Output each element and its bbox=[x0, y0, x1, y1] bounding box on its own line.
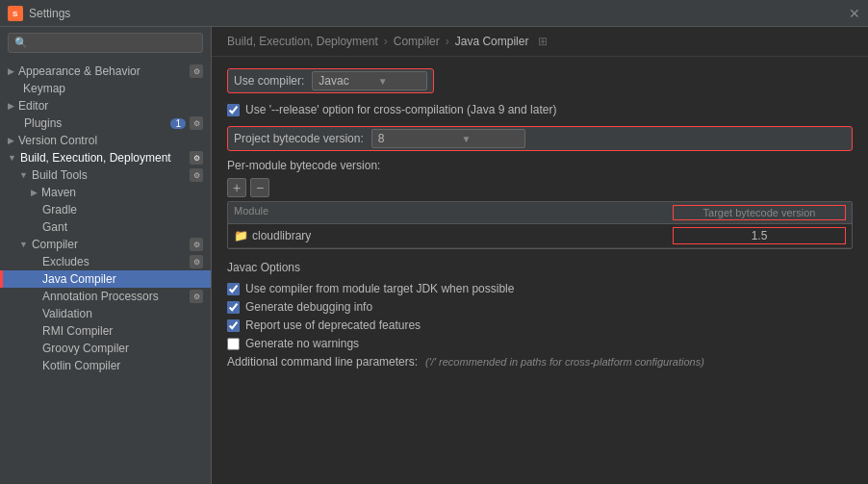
arrow-icon: ▶ bbox=[8, 136, 14, 145]
sidebar-item-label: Validation bbox=[42, 307, 203, 320]
search-icon: 🔍 bbox=[14, 37, 28, 49]
sidebar-item-editor[interactable]: ▶ Editor bbox=[0, 97, 211, 115]
option-4-checkbox[interactable] bbox=[227, 338, 240, 350]
breadcrumb-sep-2: › bbox=[446, 35, 449, 48]
option-row-1: Use compiler from module target JDK when… bbox=[227, 282, 853, 295]
sidebar-item-validation[interactable]: Validation bbox=[0, 305, 211, 322]
arrow-icon: ▶ bbox=[31, 188, 38, 197]
compiler-value: Javac bbox=[319, 74, 348, 88]
sidebar-item-label: Gradle bbox=[42, 203, 203, 217]
sidebar-item-label: Groovy Compiler bbox=[42, 342, 203, 355]
release-option-label: Use '--release' option for cross-compila… bbox=[245, 103, 556, 116]
option-row-2: Generate debugging info bbox=[227, 300, 853, 314]
nav-tree: ▶ Appearance & Behavior ⚙ Keymap ▶ Edito… bbox=[0, 59, 211, 484]
arrow-icon: ▶ bbox=[8, 101, 14, 111]
sidebar-item-label: Kotlin Compiler bbox=[42, 359, 203, 372]
table-actions: + − bbox=[227, 178, 853, 197]
sidebar-item-label: Build, Execution, Deployment bbox=[20, 151, 186, 165]
bytecode-dropdown[interactable]: 8 ▼ bbox=[371, 129, 525, 148]
sidebar-item-label: Appearance & Behavior bbox=[18, 64, 186, 78]
release-option-checkbox[interactable] bbox=[227, 104, 240, 116]
sidebar-item-build[interactable]: ▼ Build, Execution, Deployment ⚙ bbox=[0, 149, 211, 166]
sidebar-item-groovy[interactable]: Groovy Compiler bbox=[0, 340, 211, 357]
sidebar-item-label: Version Control bbox=[18, 134, 203, 147]
sidebar-item-plugins[interactable]: Plugins 1 ⚙ bbox=[0, 115, 211, 132]
settings-icon: ⚙ bbox=[190, 116, 203, 130]
content-panel: Build, Execution, Deployment › Compiler … bbox=[212, 27, 868, 484]
title-bar: S Settings ✕ bbox=[0, 0, 868, 27]
sidebar-item-kotlin[interactable]: Kotlin Compiler bbox=[0, 357, 211, 374]
sidebar: 🔍 ▶ Appearance & Behavior ⚙ Keymap ▶ Edi… bbox=[0, 27, 212, 484]
use-compiler-box: Use compiler: Javac ▼ bbox=[227, 68, 434, 93]
use-compiler-label: Use compiler: bbox=[234, 74, 304, 88]
module-folder-icon: 📁 bbox=[234, 229, 248, 242]
close-button[interactable]: ✕ bbox=[849, 6, 860, 21]
plugin-badge: 1 bbox=[170, 118, 186, 129]
col-bytecode: Target bytecode version bbox=[673, 205, 846, 220]
compiler-dropdown[interactable]: Javac ▼ bbox=[312, 71, 427, 90]
arrow-icon: ▶ bbox=[8, 66, 14, 76]
main-container: 🔍 ▶ Appearance & Behavior ⚙ Keymap ▶ Edi… bbox=[0, 27, 868, 484]
app-icon: S bbox=[8, 6, 23, 21]
sidebar-item-version-control[interactable]: ▶ Version Control bbox=[0, 132, 211, 149]
sidebar-item-excludes[interactable]: Excludes ⚙ bbox=[0, 253, 211, 270]
module-name: cloudlibrary bbox=[252, 229, 311, 242]
arrow-icon: ▼ bbox=[19, 240, 28, 249]
breadcrumb-current: Java Compiler bbox=[455, 35, 529, 48]
settings-icon: ⚙ bbox=[190, 238, 203, 251]
sidebar-item-label: Compiler bbox=[32, 238, 186, 251]
sidebar-item-label: Maven bbox=[41, 186, 203, 199]
sidebar-item-label: RMI Compiler bbox=[42, 324, 203, 338]
settings-icon: ⚙ bbox=[190, 64, 203, 78]
breadcrumb-icon: ⊞ bbox=[538, 35, 548, 48]
breadcrumb-sep-1: › bbox=[384, 35, 388, 48]
window-title: Settings bbox=[29, 7, 70, 20]
release-option-row: Use '--release' option for cross-compila… bbox=[227, 103, 853, 116]
add-module-button[interactable]: + bbox=[227, 178, 246, 197]
module-table: Module Target bytecode version 📁 cloudli… bbox=[227, 201, 853, 249]
option-1-checkbox[interactable] bbox=[227, 283, 240, 295]
sidebar-item-gant[interactable]: Gant bbox=[0, 218, 211, 236]
option-3-label: Report use of deprecated features bbox=[245, 318, 421, 332]
sidebar-item-label: Java Compiler bbox=[42, 272, 203, 286]
option-1-label: Use compiler from module target JDK when… bbox=[245, 282, 514, 295]
search-input[interactable] bbox=[32, 38, 196, 49]
sidebar-item-annotation[interactable]: Annotation Processors ⚙ bbox=[0, 288, 211, 305]
option-2-label: Generate debugging info bbox=[245, 300, 372, 314]
remove-module-button[interactable]: − bbox=[250, 178, 269, 197]
breadcrumb-part-2: Compiler bbox=[394, 35, 440, 48]
settings-icon: ⚙ bbox=[190, 290, 203, 303]
sidebar-item-gradle[interactable]: Gradle bbox=[0, 201, 211, 218]
cmd-label: Additional command line parameters: bbox=[227, 355, 418, 369]
option-4-label: Generate no warnings bbox=[245, 337, 359, 350]
sidebar-item-java-compiler[interactable]: Java Compiler bbox=[0, 270, 211, 288]
sidebar-item-appearance[interactable]: ▶ Appearance & Behavior ⚙ bbox=[0, 63, 211, 80]
sidebar-item-label: Keymap bbox=[23, 82, 203, 95]
option-2-checkbox[interactable] bbox=[227, 301, 240, 314]
sidebar-item-keymap[interactable]: Keymap bbox=[0, 80, 211, 97]
javac-section-title: Javac Options bbox=[227, 261, 853, 274]
cmd-row: Additional command line parameters: ('/'… bbox=[227, 355, 853, 369]
breadcrumb-part-1: Build, Execution, Deployment bbox=[227, 35, 378, 48]
content-body: Use compiler: Javac ▼ Use '--release' op… bbox=[212, 57, 868, 484]
settings-icon: ⚙ bbox=[190, 255, 203, 268]
bytecode-version-box: Project bytecode version: 8 ▼ bbox=[227, 126, 853, 151]
sidebar-item-label: Gant bbox=[42, 220, 203, 234]
arrow-icon: ▼ bbox=[19, 170, 28, 180]
module-cell: 📁 cloudlibrary bbox=[234, 229, 673, 242]
sidebar-item-label: Plugins bbox=[24, 116, 166, 130]
svg-text:S: S bbox=[13, 10, 18, 18]
sidebar-item-label: Editor bbox=[18, 99, 203, 113]
sidebar-item-label: Build Tools bbox=[32, 168, 186, 182]
sidebar-item-build-tools[interactable]: ▼ Build Tools ⚙ bbox=[0, 166, 211, 184]
bytecode-cell: 1.5 bbox=[673, 227, 846, 244]
sidebar-item-maven[interactable]: ▶ Maven bbox=[0, 184, 211, 201]
option-row-3: Report use of deprecated features bbox=[227, 318, 853, 332]
dropdown-arrow-icon: ▼ bbox=[378, 76, 388, 87]
col-module: Module bbox=[234, 205, 673, 220]
search-box[interactable]: 🔍 bbox=[8, 33, 203, 53]
option-3-checkbox[interactable] bbox=[227, 319, 240, 332]
sidebar-item-compiler[interactable]: ▼ Compiler ⚙ bbox=[0, 236, 211, 253]
sidebar-item-rmi[interactable]: RMI Compiler bbox=[0, 322, 211, 340]
use-compiler-row: Use compiler: Javac ▼ bbox=[227, 68, 853, 93]
